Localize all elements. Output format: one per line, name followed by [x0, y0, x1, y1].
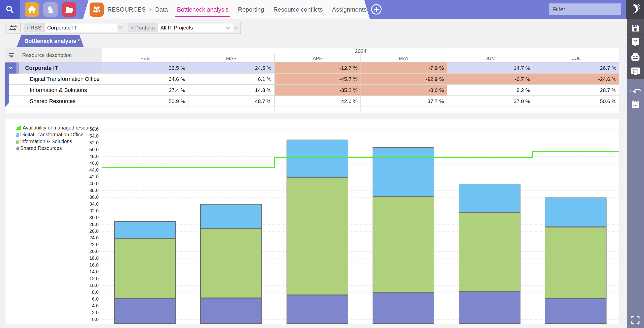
- bottleneck-cell[interactable]: 27.4 %: [102, 85, 188, 96]
- resources-app-button[interactable]: [90, 3, 104, 17]
- resource-row-name[interactable]: Digital Transformation Office: [9, 74, 102, 85]
- bottleneck-cell[interactable]: 6.1 %: [188, 74, 274, 85]
- filter-settings-button[interactable]: [6, 23, 20, 32]
- expand-collapse-button[interactable]: [5, 62, 16, 74]
- bottleneck-cell[interactable]: 37.7 %: [360, 96, 447, 107]
- bar-may-shared-resources[interactable]: [373, 292, 434, 324]
- bottleneck-cell[interactable]: -24.6 %: [533, 74, 619, 85]
- bar-jun-digital-transformation-office[interactable]: [459, 184, 520, 212]
- bottleneck-cell[interactable]: 14.8 %: [188, 85, 274, 96]
- empty-cell: [533, 107, 619, 113]
- bottleneck-cell[interactable]: 8.2 %: [447, 85, 533, 96]
- bottleneck-cell[interactable]: -6.7 %: [447, 74, 533, 85]
- calendar-button[interactable]: [627, 97, 644, 112]
- bottleneck-cell[interactable]: 36.5 %: [102, 62, 188, 74]
- bottleneck-cell[interactable]: 14.7 %: [447, 62, 533, 74]
- portfolio-filter-clear-button[interactable]: ×: [234, 24, 238, 31]
- bottleneck-cell[interactable]: -12.7 %: [274, 62, 361, 74]
- fullscreen-icon: [631, 315, 640, 324]
- bar-feb-information-solutions[interactable]: [114, 238, 176, 299]
- bar-apr-shared-resources[interactable]: [287, 295, 348, 324]
- rbs-filter-clear-button[interactable]: ×: [119, 24, 122, 31]
- bar-apr-information-solutions[interactable]: [287, 177, 348, 295]
- fullscreen-button[interactable]: [627, 312, 644, 327]
- bottleneck-cell[interactable]: 34.6 %: [102, 74, 188, 85]
- bottleneck-cell[interactable]: 37.0 %: [447, 96, 533, 107]
- bar-apr-digital-transformation-office[interactable]: [287, 140, 348, 177]
- search-button[interactable]: [0, 0, 20, 19]
- bar-jul-shared-resources[interactable]: [545, 299, 607, 324]
- strategy-app-button[interactable]: ♞: [43, 2, 58, 17]
- legend-item-2[interactable]: Digital Transformation Office: [16, 132, 84, 138]
- portfolio-filter-value-field[interactable]: All IT Projects: [158, 23, 233, 32]
- tab-resource-conflicts[interactable]: Resource conflicts: [273, 0, 323, 19]
- bottleneck-cell[interactable]: 48.7 %: [188, 96, 274, 107]
- month-header-jul[interactable]: JUL: [533, 54, 619, 62]
- rbs-filter-value-field[interactable]: Corporate IT ...: [45, 23, 117, 32]
- bottleneck-cell[interactable]: 50.9 %: [102, 96, 188, 107]
- view-tab-menu-button[interactable]: [84, 37, 93, 46]
- ellipsis-icon[interactable]: ...: [109, 25, 114, 31]
- assistant-button[interactable]: [627, 50, 644, 64]
- legend-item-3[interactable]: Information & Solutions: [16, 139, 72, 144]
- bar-may-digital-transformation-office[interactable]: [373, 147, 434, 196]
- rbs-filter-chip[interactable]: ▾ RBS: [24, 23, 45, 32]
- resource-row-name[interactable]: Information & Solutions: [9, 85, 102, 96]
- empty-cell: [274, 107, 361, 113]
- save-button[interactable]: [627, 21, 644, 36]
- board-settings-button[interactable]: [627, 64, 644, 79]
- bar-jun-information-solutions[interactable]: [459, 212, 520, 291]
- bar-jul-digital-transformation-office[interactable]: [545, 198, 607, 227]
- brand-logo[interactable]: [626, 0, 644, 19]
- bottleneck-cell[interactable]: -45.7 %: [274, 74, 361, 85]
- bar-feb-shared-resources[interactable]: [114, 299, 176, 324]
- help-button[interactable]: ?: [627, 35, 644, 50]
- month-header-mar[interactable]: MAR: [188, 54, 274, 62]
- y-axis-tick-label: 6.0: [83, 296, 99, 302]
- bar-may-information-solutions[interactable]: [373, 196, 434, 292]
- month-header-may[interactable]: MAY: [360, 54, 447, 62]
- column-header-resource-description[interactable]: Resource description: [18, 48, 102, 62]
- bar-mar-shared-resources[interactable]: [200, 298, 262, 324]
- bottleneck-cell[interactable]: 42.6 %: [274, 96, 361, 107]
- filter-input[interactable]: [549, 3, 621, 15]
- bottleneck-cell[interactable]: 26.7 %: [533, 62, 619, 74]
- bar-mar-information-solutions[interactable]: [200, 228, 262, 298]
- tab-bottleneck-analysis[interactable]: Bottleneck analysis: [177, 0, 228, 19]
- view-tab-bottleneck-analysis[interactable]: Bottleneck analysis *: [17, 35, 84, 47]
- y-axis-tick-label: 28.0: [83, 222, 99, 227]
- bar-feb-digital-transformation-office[interactable]: [114, 221, 176, 238]
- projects-app-button[interactable]: [62, 2, 76, 17]
- add-app-button[interactable]: [371, 4, 382, 15]
- resource-row-name[interactable]: Corporate IT: [19, 62, 102, 74]
- bottleneck-cell[interactable]: -92.9 %: [360, 74, 447, 85]
- bottleneck-cell[interactable]: -7.9 %: [360, 62, 447, 74]
- month-header-apr[interactable]: APR: [274, 54, 361, 62]
- portfolio-filter-chip[interactable]: ▾ Portfolio: [128, 23, 158, 32]
- breadcrumb-app[interactable]: RESOURCES: [107, 6, 146, 13]
- bar-jul-information-solutions[interactable]: [545, 227, 607, 299]
- y-axis-tick-label: 34.0: [83, 201, 99, 207]
- breadcrumb-section[interactable]: Data: [155, 6, 168, 13]
- month-header-feb[interactable]: FEB: [102, 54, 188, 62]
- resource-row-name[interactable]: Shared Resources: [9, 96, 102, 107]
- grid-line: [102, 245, 619, 245]
- bottleneck-cell[interactable]: 24.5 %: [188, 62, 274, 74]
- grid-line: [102, 258, 619, 258]
- bottleneck-cell[interactable]: -8.0 %: [360, 85, 447, 96]
- bottleneck-cell[interactable]: 28.7 %: [533, 85, 619, 96]
- legend-item-4[interactable]: Shared Resources: [16, 145, 62, 151]
- bar-jun-shared-resources[interactable]: [459, 291, 520, 324]
- home-app-button[interactable]: [25, 2, 39, 17]
- bar-mar-digital-transformation-office[interactable]: [200, 204, 262, 228]
- tab-reporting[interactable]: Reporting: [238, 0, 264, 19]
- save-icon: [631, 24, 640, 33]
- bottleneck-cell[interactable]: 50.6 %: [533, 96, 619, 107]
- resource-description-label: Resource description: [22, 52, 72, 58]
- bottleneck-cell[interactable]: -35.2 %: [274, 85, 361, 96]
- y-axis-tick-label: 8.0: [83, 289, 99, 295]
- undo-button[interactable]: ▾: [627, 83, 644, 98]
- tab-assignments[interactable]: Assignments: [332, 0, 367, 19]
- month-header-jun[interactable]: JUN: [447, 54, 533, 62]
- table-options-button[interactable]: [5, 48, 18, 62]
